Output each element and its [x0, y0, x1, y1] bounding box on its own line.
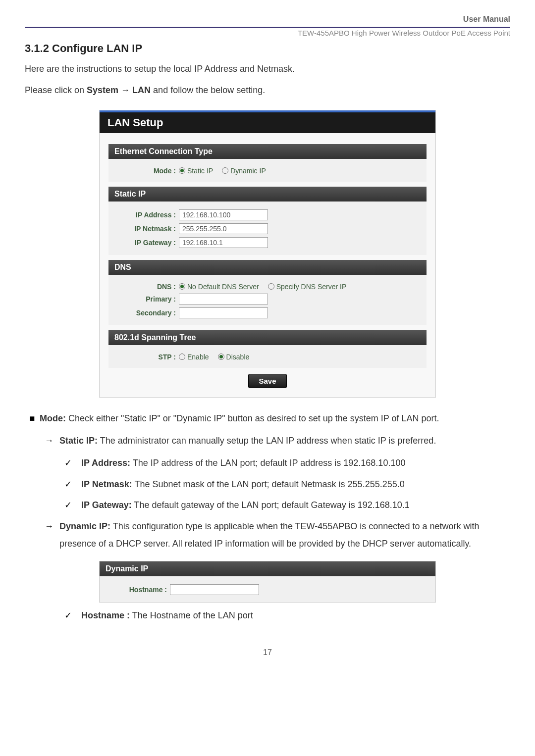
- static-ip-header: Static IP: [108, 187, 427, 202]
- radio-icon: [179, 167, 185, 174]
- mode-bold: Mode:: [40, 413, 66, 423]
- ip-netmask-bold: IP Netmask:: [81, 479, 132, 489]
- ip-netmask-text: The Subnet mask of the LAN port; default…: [132, 479, 405, 489]
- check-icon: ✓: [64, 607, 81, 623]
- mode-bullet: Mode: Check either "Static IP" or "Dynam…: [40, 410, 510, 426]
- dynamic-ip-header: Dynamic IP: [100, 561, 435, 576]
- hostname-bullet: Hostname : The Hostname of the LAN port: [81, 607, 510, 623]
- hostname-bold: Hostname :: [81, 610, 130, 620]
- ip-netmask-bullet: IP Netmask: The Subnet mask of the LAN p…: [81, 476, 510, 492]
- secondary-dns-field[interactable]: [179, 307, 268, 318]
- dns-no-default-label: No Default DNS Server: [187, 283, 259, 291]
- ip-address-bullet: IP Address: The IP address of the LAN po…: [81, 455, 510, 471]
- check-icon: ✓: [64, 497, 81, 513]
- doc-subheader: TEW-455APBO High Power Wireless Outdoor …: [25, 29, 510, 37]
- mode-text: Check either "Static IP" or "Dynamic IP"…: [66, 413, 439, 423]
- spanning-tree-panel: 802.1d Spanning Tree STP Enable Disable: [108, 330, 427, 368]
- dns-specify-radio[interactable]: Specify DNS Server IP: [268, 283, 347, 291]
- radio-icon: [218, 353, 224, 360]
- radio-icon: [268, 283, 274, 290]
- check-icon: ✓: [64, 455, 81, 471]
- ip-gateway-field[interactable]: [179, 237, 268, 248]
- dns-label: DNS: [114, 283, 179, 291]
- mode-label: Mode: [114, 167, 179, 175]
- ip-addr-bold: IP Address:: [81, 458, 130, 468]
- save-button[interactable]: Save: [248, 374, 286, 388]
- intro-para-2: Please click on System → LAN and follow …: [25, 83, 510, 98]
- user-manual-label: User Manual: [463, 15, 510, 23]
- dns-panel: DNS DNS No Default DNS Server Specify DN…: [108, 260, 427, 325]
- hostname-label: Hostname: [106, 586, 170, 594]
- radio-icon: [222, 167, 228, 174]
- ethernet-connection-panel: Ethernet Connection Type Mode Static IP …: [108, 144, 427, 182]
- hostname-text: The Hostname of the LAN port: [130, 610, 253, 620]
- spanning-header: 802.1d Spanning Tree: [108, 330, 427, 345]
- stp-enable-label: Enable: [187, 353, 209, 361]
- page-number: 17: [25, 648, 510, 657]
- intro-p2-bold: System → LAN: [87, 85, 151, 95]
- static-ip-panel: Static IP IP Address IP Netmask IP Gatew…: [108, 187, 427, 255]
- stp-enable-radio[interactable]: Enable: [179, 353, 209, 361]
- mode-static-radio[interactable]: Static IP: [179, 167, 213, 175]
- bullet-square-icon: ■: [25, 410, 40, 426]
- dynamic-bold: Dynamic IP:: [59, 521, 110, 531]
- mode-dynamic-radio[interactable]: Dynamic IP: [222, 167, 266, 175]
- mode-static-label: Static IP: [187, 167, 213, 175]
- lan-setup-title: LAN Setup: [100, 112, 435, 133]
- section-title: 3.1.2 Configure LAN IP: [25, 42, 510, 55]
- static-bullet: Static IP: The administrator can manuall…: [59, 432, 510, 449]
- dynamic-ip-screenshot: Dynamic IP Hostname: [99, 561, 436, 603]
- ip-netmask-field[interactable]: [179, 223, 268, 234]
- stp-label: STP: [114, 353, 179, 361]
- check-icon: ✓: [64, 476, 81, 492]
- dns-specify-label: Specify DNS Server IP: [276, 283, 347, 291]
- hostname-field[interactable]: [170, 584, 259, 595]
- ip-gateway-label: IP Gateway: [114, 239, 179, 247]
- arrow-icon: →: [45, 432, 59, 449]
- intro-p2-prefix: Please click on: [25, 85, 87, 95]
- stp-disable-radio[interactable]: Disable: [218, 353, 250, 361]
- dynamic-text: This configuration type is applicable wh…: [59, 521, 479, 548]
- lan-setup-screenshot: LAN Setup Ethernet Connection Type Mode …: [99, 110, 436, 398]
- ethernet-header: Ethernet Connection Type: [108, 144, 427, 159]
- secondary-label: Secondary: [114, 309, 179, 317]
- radio-icon: [179, 283, 185, 290]
- ip-addr-text: The IP address of the LAN port; default …: [130, 458, 405, 468]
- dns-no-default-radio[interactable]: No Default DNS Server: [179, 283, 259, 291]
- radio-icon: [179, 353, 185, 360]
- ip-address-field[interactable]: [179, 209, 268, 220]
- ip-netmask-label: IP Netmask: [114, 225, 179, 233]
- doc-header: User Manual: [25, 15, 510, 28]
- mode-dynamic-label: Dynamic IP: [230, 167, 266, 175]
- static-text: The administrator can manually setup the…: [98, 436, 436, 446]
- ip-address-label: IP Address: [114, 211, 179, 219]
- intro-para-1: Here are the instructions to setup the l…: [25, 62, 510, 76]
- primary-dns-field[interactable]: [179, 294, 268, 304]
- ip-gateway-bullet: IP Gateway: The default gateway of the L…: [81, 497, 510, 513]
- primary-label: Primary: [114, 295, 179, 303]
- dns-header: DNS: [108, 260, 427, 275]
- ip-gateway-bold: IP Gateway:: [81, 500, 132, 510]
- ip-gateway-text: The default gateway of the LAN port; def…: [132, 500, 410, 510]
- arrow-icon: →: [45, 518, 59, 552]
- static-bold: Static IP:: [59, 436, 98, 446]
- dynamic-bullet: Dynamic IP: This configuration type is a…: [59, 518, 510, 552]
- stp-disable-label: Disable: [226, 353, 250, 361]
- intro-p2-suffix: and follow the below setting.: [151, 85, 265, 95]
